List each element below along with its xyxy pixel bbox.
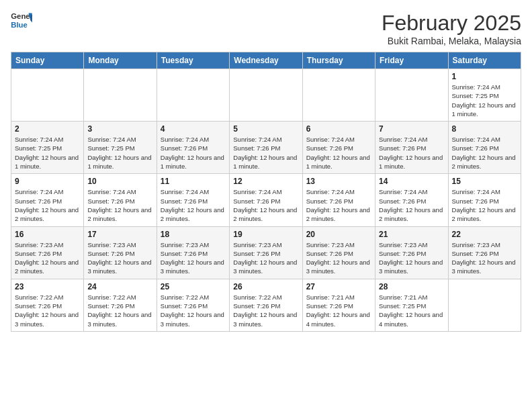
- calendar-cell: 24Sunrise: 7:22 AM Sunset: 7:26 PM Dayli…: [84, 279, 157, 331]
- day-info: Sunrise: 7:22 AM Sunset: 7:26 PM Dayligh…: [87, 293, 152, 328]
- calendar-cell: 22Sunrise: 7:23 AM Sunset: 7:26 PM Dayli…: [448, 226, 521, 279]
- day-info: Sunrise: 7:24 AM Sunset: 7:26 PM Dayligh…: [379, 135, 444, 171]
- calendar-cell: 26Sunrise: 7:22 AM Sunset: 7:26 PM Dayli…: [230, 279, 302, 331]
- page-header: General Blue February 2025 Bukit Rambai,…: [11, 11, 521, 46]
- day-info: Sunrise: 7:24 AM Sunset: 7:25 PM Dayligh…: [452, 83, 517, 118]
- day-info: Sunrise: 7:24 AM Sunset: 7:26 PM Dayligh…: [306, 187, 371, 223]
- calendar-week-row: 1Sunrise: 7:24 AM Sunset: 7:25 PM Daylig…: [11, 69, 521, 122]
- calendar-cell: 16Sunrise: 7:23 AM Sunset: 7:26 PM Dayli…: [11, 226, 84, 279]
- day-number: 20: [306, 230, 371, 239]
- day-number: 4: [161, 124, 226, 134]
- day-number: 26: [233, 282, 298, 291]
- day-info: Sunrise: 7:24 AM Sunset: 7:26 PM Dayligh…: [233, 135, 298, 171]
- day-info: Sunrise: 7:23 AM Sunset: 7:26 PM Dayligh…: [306, 240, 371, 276]
- svg-text:Blue: Blue: [11, 21, 28, 29]
- calendar-cell: 13Sunrise: 7:24 AM Sunset: 7:26 PM Dayli…: [302, 174, 375, 226]
- calendar-cell: 17Sunrise: 7:23 AM Sunset: 7:26 PM Dayli…: [84, 226, 157, 279]
- day-number: 9: [15, 177, 80, 186]
- weekday-header-wednesday: Wednesday: [230, 52, 302, 69]
- calendar-cell: 23Sunrise: 7:22 AM Sunset: 7:26 PM Dayli…: [11, 279, 84, 331]
- calendar-cell: 9Sunrise: 7:24 AM Sunset: 7:26 PM Daylig…: [11, 174, 84, 226]
- calendar-cell: [84, 69, 157, 122]
- day-info: Sunrise: 7:23 AM Sunset: 7:26 PM Dayligh…: [15, 240, 80, 276]
- day-number: 10: [87, 177, 152, 186]
- day-number: 1: [452, 72, 517, 81]
- day-number: 22: [452, 230, 517, 239]
- calendar-cell: 21Sunrise: 7:23 AM Sunset: 7:26 PM Dayli…: [375, 226, 448, 279]
- day-number: 19: [233, 230, 298, 239]
- calendar-cell: 6Sunrise: 7:24 AM Sunset: 7:26 PM Daylig…: [302, 122, 375, 174]
- day-number: 24: [87, 282, 152, 291]
- day-info: Sunrise: 7:23 AM Sunset: 7:26 PM Dayligh…: [379, 240, 444, 276]
- calendar-cell: 7Sunrise: 7:24 AM Sunset: 7:26 PM Daylig…: [375, 122, 448, 174]
- day-info: Sunrise: 7:23 AM Sunset: 7:26 PM Dayligh…: [452, 240, 517, 276]
- calendar-cell: 8Sunrise: 7:24 AM Sunset: 7:26 PM Daylig…: [448, 122, 521, 174]
- calendar-cell: 3Sunrise: 7:24 AM Sunset: 7:25 PM Daylig…: [84, 122, 157, 174]
- day-number: 17: [87, 230, 152, 239]
- weekday-header-sunday: Sunday: [11, 52, 84, 69]
- day-info: Sunrise: 7:24 AM Sunset: 7:26 PM Dayligh…: [161, 135, 226, 171]
- calendar-cell: [375, 69, 448, 122]
- day-number: 13: [306, 177, 371, 186]
- day-number: 28: [379, 282, 444, 291]
- calendar-week-row: 9Sunrise: 7:24 AM Sunset: 7:26 PM Daylig…: [11, 174, 521, 226]
- day-info: Sunrise: 7:24 AM Sunset: 7:25 PM Dayligh…: [15, 135, 80, 171]
- calendar-week-row: 16Sunrise: 7:23 AM Sunset: 7:26 PM Dayli…: [11, 226, 521, 279]
- calendar-cell: [230, 69, 302, 122]
- day-info: Sunrise: 7:22 AM Sunset: 7:26 PM Dayligh…: [15, 293, 80, 328]
- day-number: 14: [379, 177, 444, 186]
- day-info: Sunrise: 7:24 AM Sunset: 7:26 PM Dayligh…: [15, 187, 80, 223]
- day-number: 6: [306, 124, 371, 134]
- day-number: 12: [233, 177, 298, 186]
- day-info: Sunrise: 7:23 AM Sunset: 7:26 PM Dayligh…: [233, 240, 298, 276]
- calendar-cell: 14Sunrise: 7:24 AM Sunset: 7:26 PM Dayli…: [375, 174, 448, 226]
- calendar-cell: 27Sunrise: 7:21 AM Sunset: 7:26 PM Dayli…: [302, 279, 375, 331]
- calendar-cell: 28Sunrise: 7:21 AM Sunset: 7:25 PM Dayli…: [375, 279, 448, 331]
- day-info: Sunrise: 7:24 AM Sunset: 7:26 PM Dayligh…: [233, 187, 298, 223]
- day-info: Sunrise: 7:23 AM Sunset: 7:26 PM Dayligh…: [87, 240, 152, 276]
- weekday-header-saturday: Saturday: [448, 52, 521, 69]
- day-info: Sunrise: 7:24 AM Sunset: 7:26 PM Dayligh…: [87, 187, 152, 223]
- day-number: 15: [452, 177, 517, 186]
- day-info: Sunrise: 7:22 AM Sunset: 7:26 PM Dayligh…: [233, 293, 298, 328]
- day-number: 2: [15, 124, 80, 134]
- day-info: Sunrise: 7:24 AM Sunset: 7:25 PM Dayligh…: [87, 135, 152, 171]
- day-number: 16: [15, 230, 80, 239]
- day-info: Sunrise: 7:21 AM Sunset: 7:26 PM Dayligh…: [306, 293, 371, 328]
- logo-icon: General Blue: [11, 11, 32, 30]
- calendar-table: SundayMondayTuesdayWednesdayThursdayFrid…: [11, 52, 521, 332]
- day-info: Sunrise: 7:21 AM Sunset: 7:25 PM Dayligh…: [379, 293, 444, 328]
- title-block: February 2025 Bukit Rambai, Melaka, Mala…: [382, 11, 521, 46]
- calendar-cell: 11Sunrise: 7:24 AM Sunset: 7:26 PM Dayli…: [157, 174, 229, 226]
- day-info: Sunrise: 7:22 AM Sunset: 7:26 PM Dayligh…: [161, 293, 226, 328]
- day-number: 23: [15, 282, 80, 291]
- calendar-cell: 18Sunrise: 7:23 AM Sunset: 7:26 PM Dayli…: [157, 226, 229, 279]
- day-info: Sunrise: 7:24 AM Sunset: 7:26 PM Dayligh…: [452, 187, 517, 223]
- logo: General Blue: [11, 11, 32, 30]
- day-number: 5: [233, 124, 298, 134]
- weekday-header-monday: Monday: [84, 52, 157, 69]
- weekday-header-friday: Friday: [375, 52, 448, 69]
- day-info: Sunrise: 7:23 AM Sunset: 7:26 PM Dayligh…: [161, 240, 226, 276]
- calendar-week-row: 23Sunrise: 7:22 AM Sunset: 7:26 PM Dayli…: [11, 279, 521, 331]
- day-number: 11: [161, 177, 226, 186]
- day-number: 27: [306, 282, 371, 291]
- calendar-cell: 20Sunrise: 7:23 AM Sunset: 7:26 PM Dayli…: [302, 226, 375, 279]
- month-title: February 2025: [382, 11, 521, 36]
- day-number: 7: [379, 124, 444, 134]
- calendar-cell: 19Sunrise: 7:23 AM Sunset: 7:26 PM Dayli…: [230, 226, 302, 279]
- day-number: 21: [379, 230, 444, 239]
- weekday-header-tuesday: Tuesday: [157, 52, 229, 69]
- calendar-cell: 4Sunrise: 7:24 AM Sunset: 7:26 PM Daylig…: [157, 122, 229, 174]
- calendar-cell: [448, 279, 521, 331]
- day-number: 18: [161, 230, 226, 239]
- day-info: Sunrise: 7:24 AM Sunset: 7:26 PM Dayligh…: [379, 187, 444, 223]
- day-info: Sunrise: 7:24 AM Sunset: 7:26 PM Dayligh…: [306, 135, 371, 171]
- day-info: Sunrise: 7:24 AM Sunset: 7:26 PM Dayligh…: [452, 135, 517, 171]
- calendar-cell: 12Sunrise: 7:24 AM Sunset: 7:26 PM Dayli…: [230, 174, 302, 226]
- calendar-cell: [157, 69, 229, 122]
- calendar-week-row: 2Sunrise: 7:24 AM Sunset: 7:25 PM Daylig…: [11, 122, 521, 174]
- weekday-header-thursday: Thursday: [302, 52, 375, 69]
- day-number: 3: [87, 124, 152, 134]
- calendar-cell: [11, 69, 84, 122]
